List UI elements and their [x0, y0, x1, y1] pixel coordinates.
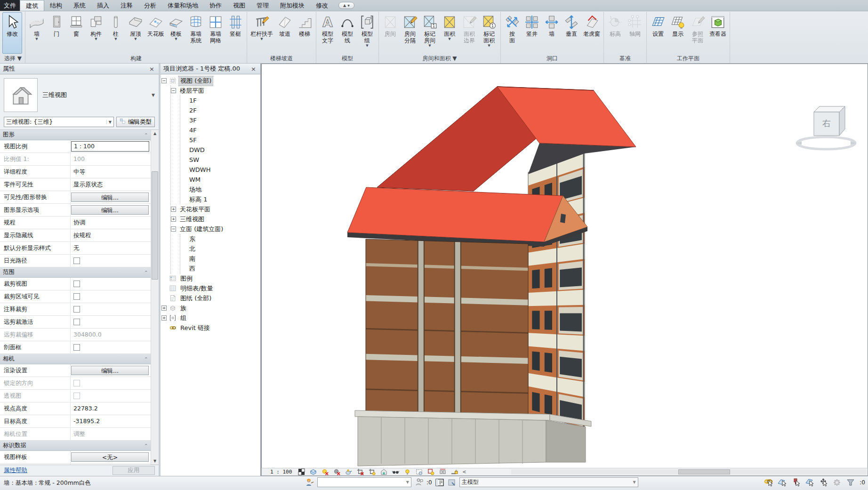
chevron-down-icon[interactable]: ▼ [428, 44, 431, 48]
tree-item-三维视图[interactable]: +三维视图 [171, 214, 259, 224]
tree-item-WDWH[interactable]: WDWH [180, 165, 259, 175]
menu-tab-文件[interactable]: 文件 [0, 0, 20, 11]
tree-item-天花板平面[interactable]: +天花板平面 [171, 204, 259, 214]
close-icon[interactable]: × [249, 65, 257, 72]
type-selector[interactable]: 三维视图: {三维} ▼ [4, 117, 114, 127]
ribbon-button-屋顶[interactable]: 屋顶▼ [126, 12, 145, 54]
ribbon-button-显示[interactable]: 显示 [668, 12, 688, 54]
view-lock-icon[interactable] [451, 468, 458, 475]
collapse-node-icon[interactable]: − [171, 88, 176, 93]
ribbon-button-面积[interactable]: 面积▼ [440, 12, 459, 54]
collapse-icon[interactable]: ⌃ [144, 443, 148, 448]
menu-tab-插入[interactable]: 插入 [91, 0, 115, 11]
scrollbar-thumb[interactable] [152, 171, 158, 280]
horizontal-scrollbar-thumb[interactable] [678, 469, 730, 474]
properties-help-link[interactable]: 属性帮助 [4, 466, 27, 474]
menu-tab-协作[interactable]: 协作 [204, 0, 227, 11]
tree-item-明细表/数量[interactable]: 明细表/数量 [161, 283, 259, 293]
property-value[interactable]: -31895.2 [71, 415, 151, 427]
ribbon-button-构件[interactable]: 构件▼ [86, 12, 106, 54]
chevron-down-icon[interactable]: ▼ [488, 44, 490, 48]
property-value[interactable]: 协调 [71, 217, 151, 229]
ribbon-button-模型线[interactable]: 模型 线 [338, 12, 357, 54]
tree-item-立面 (建筑立面)[interactable]: −立面 (建筑立面) [171, 224, 259, 234]
reveal-hidden-icon[interactable] [380, 468, 387, 475]
chevron-down-icon[interactable]: ▼ [366, 44, 368, 48]
ribbon-button-竖梃[interactable]: 竖梃 [225, 12, 245, 54]
tree-item-组[interactable]: +组 [161, 313, 259, 323]
close-icon[interactable]: × [148, 65, 156, 72]
temporary-hide-icon[interactable] [392, 468, 399, 475]
ribbon-button-窗[interactable]: 窗 [66, 12, 86, 54]
menu-tab-结构[interactable]: 结构 [44, 0, 68, 11]
ribbon-button-幕墙网格[interactable]: 幕墙 网格 [206, 12, 225, 54]
select-links-icon[interactable] [764, 478, 773, 487]
expand-node-icon[interactable]: + [161, 305, 167, 311]
select-by-face-icon[interactable] [805, 478, 814, 487]
value-input[interactable]: 1 : 100 [71, 141, 149, 152]
tree-item-北[interactable]: 北 [180, 244, 259, 254]
tree-item-WM[interactable]: WM [180, 175, 259, 185]
ribbon-collapse-toggle[interactable]: ▲▼ [338, 2, 354, 9]
checkbox[interactable] [73, 319, 80, 325]
menu-tab-建筑[interactable]: 建筑 [20, 0, 44, 11]
expand-node-icon[interactable]: + [161, 315, 167, 321]
section-header-标识数据[interactable]: 标识数据⌃ [0, 441, 151, 451]
property-value[interactable]: 无 [71, 242, 151, 254]
tree-item-西[interactable]: 西 [180, 264, 259, 273]
tree-item-场地[interactable]: 场地 [180, 185, 259, 194]
checkbox[interactable] [73, 257, 80, 264]
horizontal-scrollbar[interactable] [511, 469, 867, 474]
collapse-icon[interactable]: ⌃ [144, 357, 148, 361]
section-header-范围[interactable]: 范围⌃ [0, 267, 151, 278]
chevron-down-icon[interactable]: ▼ [134, 37, 137, 41]
shadows-icon[interactable] [333, 468, 340, 475]
tree-item-5F[interactable]: 5F [180, 135, 259, 145]
property-value[interactable]: 按规程 [71, 229, 151, 241]
detail-level-icon[interactable] [298, 468, 305, 475]
checkbox[interactable] [73, 306, 80, 313]
visual-style-icon[interactable] [310, 468, 317, 475]
sun-path-icon[interactable] [321, 468, 329, 475]
ribbon-button-模型组[interactable]: 模型 组▼ [357, 12, 377, 54]
ribbon-button-楼板[interactable]: 楼板▼ [166, 12, 186, 54]
ribbon-button-幕墙系统[interactable]: 幕墙 系统 [186, 12, 206, 54]
checkbox[interactable] [73, 344, 80, 351]
expand-node-icon[interactable]: + [171, 217, 176, 222]
reveal-constraints-icon[interactable] [439, 468, 446, 475]
chevron-down-icon[interactable]: ▼ [95, 37, 97, 41]
reveal-hidden-elements-icon[interactable] [404, 468, 411, 475]
view-cube[interactable]: 右 [792, 102, 863, 153]
tree-item-族[interactable]: +族 [161, 303, 259, 313]
tree-item-1F[interactable]: 1F [180, 96, 259, 105]
chevron-down-icon[interactable]: ▼ [260, 37, 263, 41]
checkbox[interactable] [73, 281, 80, 287]
requests-icon[interactable] [414, 478, 424, 487]
worker-icon[interactable] [305, 478, 314, 487]
collapse-node-icon[interactable]: − [171, 226, 176, 232]
collapse-node-icon[interactable]: − [161, 78, 167, 83]
render-icon[interactable] [345, 468, 352, 475]
ribbon-button-房间分隔[interactable]: 房间 分隔 [400, 12, 420, 54]
select-underlay-icon[interactable] [778, 478, 787, 487]
tree-item-南[interactable]: 南 [180, 254, 259, 264]
tree-item-Revit 链接[interactable]: Revit 链接 [161, 323, 259, 333]
ribbon-button-天花板[interactable]: 天花板 [145, 12, 166, 54]
collapse-icon[interactable]: ⌃ [144, 270, 148, 275]
displaced-elements-icon[interactable] [427, 468, 434, 475]
ribbon-button-柱[interactable]: 柱▼ [106, 12, 126, 54]
panel2-icon[interactable] [447, 478, 457, 487]
value-button[interactable]: 编辑... [71, 366, 149, 375]
ribbon-button-标记房间[interactable]: 1标记 房间▼ [420, 12, 440, 54]
tree-item-东[interactable]: 东 [180, 234, 259, 244]
value-button[interactable]: <无> [71, 452, 149, 462]
ribbon-button-模型文字[interactable]: A模型 文字 [318, 12, 338, 54]
section-header-图形[interactable]: 图形⌃ [0, 130, 151, 140]
scroll-down-icon[interactable]: ▼ [151, 458, 159, 465]
menu-tab-注释[interactable]: 注释 [115, 0, 138, 11]
value-button[interactable]: 编辑... [71, 205, 149, 215]
menu-tab-分析[interactable]: 分析 [138, 0, 162, 11]
filter-icon[interactable] [846, 478, 855, 487]
crop-region-icon[interactable] [369, 468, 376, 475]
property-value[interactable]: 显示原状态 [71, 178, 151, 191]
